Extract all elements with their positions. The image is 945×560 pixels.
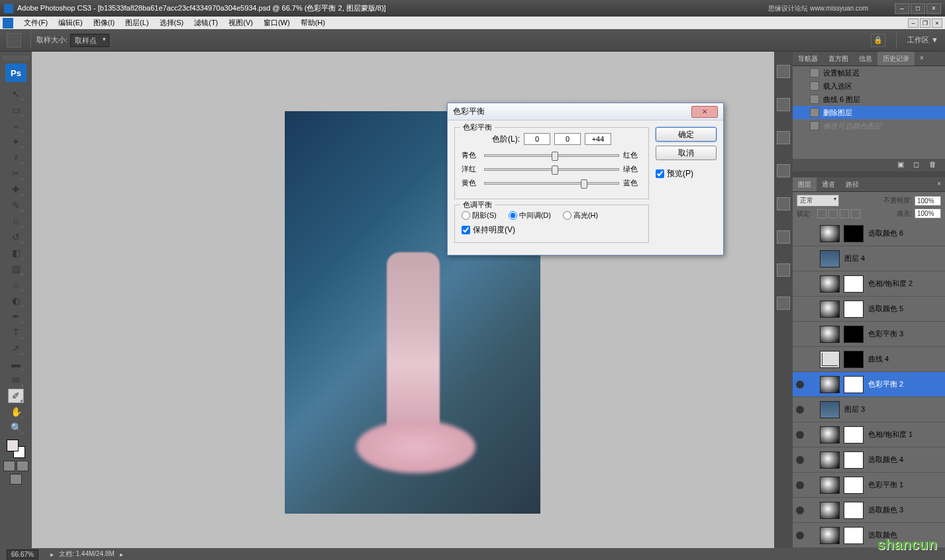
dialog-titlebar[interactable]: 色彩平衡 ✕ <box>448 103 723 120</box>
layer-mask-thumb[interactable] <box>844 301 864 318</box>
maximize-button[interactable]: □ <box>911 3 925 14</box>
menu-layer[interactable]: 图层(L) <box>120 18 154 28</box>
dock-icon-1[interactable] <box>777 65 790 78</box>
layer-thumb[interactable] <box>820 527 840 544</box>
tab-close[interactable]: × <box>915 52 929 66</box>
layer-thumb[interactable] <box>820 225 840 242</box>
visibility-icon[interactable] <box>796 532 804 539</box>
menu-filter[interactable]: 滤镜(T) <box>189 18 223 28</box>
menu-view[interactable]: 视图(V) <box>223 18 258 28</box>
layer-row[interactable]: 选取颜色 6 <box>793 221 945 246</box>
level-input-3[interactable] <box>585 133 611 145</box>
dock-icon-8[interactable] <box>777 297 790 310</box>
screenmode-icon[interactable] <box>10 474 22 485</box>
tab-layers[interactable]: 图层 <box>793 177 817 191</box>
history-snapshot-icon[interactable]: ▣ <box>897 160 908 171</box>
dock-icon-5[interactable] <box>777 197 790 210</box>
blend-mode-dropdown[interactable]: 正常 <box>797 195 839 207</box>
dock-icon-4[interactable] <box>777 164 790 177</box>
layer-row[interactable]: 选取颜色 4 <box>793 447 945 473</box>
dock-icon-6[interactable] <box>777 230 790 244</box>
layer-thumb[interactable] <box>820 351 840 368</box>
layer-mask-thumb[interactable] <box>844 326 864 343</box>
sample-size-dropdown[interactable]: 取样点 <box>70 34 109 47</box>
dock-icon-3[interactable] <box>777 131 790 144</box>
history-item[interactable]: 载入选区 <box>793 79 945 93</box>
layer-row[interactable]: 曲线 4 <box>793 347 945 372</box>
fill-input[interactable]: 100% <box>915 209 941 218</box>
lock-pixels-icon[interactable] <box>828 209 838 218</box>
history-brush-tool[interactable]: ↺ <box>8 230 24 244</box>
tab-channels[interactable]: 通道 <box>817 177 840 191</box>
tone-shadow-radio[interactable]: 阴影(S) <box>462 210 497 220</box>
menu-select[interactable]: 选择(S) <box>154 18 189 28</box>
tab-navigator[interactable]: 导航器 <box>793 52 823 66</box>
layer-name[interactable]: 色彩平衡 3 <box>866 329 945 339</box>
layer-thumb[interactable] <box>820 502 840 519</box>
wand-tool[interactable]: ✦ <box>8 134 24 149</box>
menu-file[interactable]: 文件(F) <box>19 18 53 28</box>
move-tool[interactable]: ↖ <box>8 87 24 101</box>
menu-help[interactable]: 帮助(H) <box>295 18 330 28</box>
visibility-icon[interactable] <box>796 431 804 439</box>
layer-name[interactable]: 色相/饱和度 1 <box>866 430 945 440</box>
history-item[interactable]: 曲线 6 图层 <box>793 93 945 106</box>
dock-icon-2[interactable] <box>777 98 790 111</box>
visibility-toggle[interactable] <box>793 431 807 439</box>
visibility-toggle[interactable] <box>793 406 807 414</box>
layer-row[interactable]: 色相/饱和度 1 <box>793 422 945 447</box>
slider-track-0[interactable] <box>484 154 619 157</box>
type-tool[interactable]: T <box>8 325 24 340</box>
layer-mask-thumb[interactable] <box>844 275 864 293</box>
marquee-tool[interactable]: ▭ <box>8 103 24 117</box>
heal-tool[interactable]: ✚ <box>8 182 24 197</box>
lock-icon[interactable]: 🔒 <box>871 34 885 47</box>
layer-thumb[interactable] <box>820 451 840 469</box>
dialog-close-button[interactable]: ✕ <box>691 106 718 118</box>
menu-image[interactable]: 图像(I) <box>88 18 120 28</box>
layer-row[interactable]: 色彩平衡 1 <box>793 473 945 498</box>
slice-tool[interactable]: ✂ <box>8 166 24 181</box>
layer-mask-thumb[interactable] <box>844 451 864 469</box>
layer-mask-thumb[interactable] <box>844 351 864 368</box>
tab-history[interactable]: 历史记录 <box>877 52 915 66</box>
layers-tab-close[interactable]: × <box>933 177 945 191</box>
layer-mask-thumb[interactable] <box>844 426 864 443</box>
path-tool[interactable]: ↗ <box>8 341 24 355</box>
level-input-2[interactable] <box>554 133 581 145</box>
layer-name[interactable]: 选取颜色 <box>866 530 945 540</box>
stamp-tool[interactable]: ⎍ <box>8 214 24 228</box>
workspace-dropdown[interactable]: 工作区 ▼ <box>907 35 938 45</box>
layer-thumb[interactable] <box>820 426 840 443</box>
layer-name[interactable]: 色彩平衡 1 <box>866 480 945 490</box>
menu-edit[interactable]: 编辑(E) <box>53 18 88 28</box>
crop-tool[interactable]: ♯ <box>8 150 24 165</box>
pen-tool[interactable]: ✒ <box>8 309 24 324</box>
layer-row[interactable]: 选取颜色 5 <box>793 297 945 322</box>
visibility-icon[interactable] <box>796 506 804 514</box>
dock-icon-7[interactable] <box>777 263 790 277</box>
lock-transparency-icon[interactable] <box>817 209 826 218</box>
preserve-lum-checkbox[interactable]: 保持明度(V) <box>462 224 642 236</box>
toolbox-grip[interactable] <box>3 56 29 61</box>
layer-name[interactable]: 图层 4 <box>842 254 945 263</box>
visibility-icon[interactable] <box>796 406 804 414</box>
layer-thumb[interactable] <box>820 275 840 293</box>
quickmask-icon[interactable] <box>17 461 28 471</box>
tone-mid-radio[interactable]: 中间调(D) <box>509 210 551 220</box>
tab-histogram[interactable]: 直方图 <box>823 52 854 66</box>
layer-row[interactable]: 色相/饱和度 2 <box>793 271 945 297</box>
layer-row[interactable]: 选取颜色 3 <box>793 498 945 523</box>
hand-tool[interactable]: ✋ <box>8 404 24 419</box>
layer-mask-thumb[interactable] <box>844 527 864 544</box>
layer-thumb[interactable] <box>820 376 840 393</box>
layer-name[interactable]: 图层 3 <box>842 404 945 414</box>
blur-tool[interactable]: ○ <box>8 277 24 292</box>
visibility-toggle[interactable] <box>793 532 807 539</box>
lasso-tool[interactable]: ⟕ <box>8 118 24 133</box>
eyedropper-tool[interactable]: ✐ <box>8 389 24 403</box>
tone-high-radio[interactable]: 高光(H) <box>563 210 598 220</box>
layer-name[interactable]: 选取颜色 5 <box>866 304 945 314</box>
level-input-1[interactable] <box>524 133 550 145</box>
layer-thumb[interactable] <box>820 401 840 418</box>
